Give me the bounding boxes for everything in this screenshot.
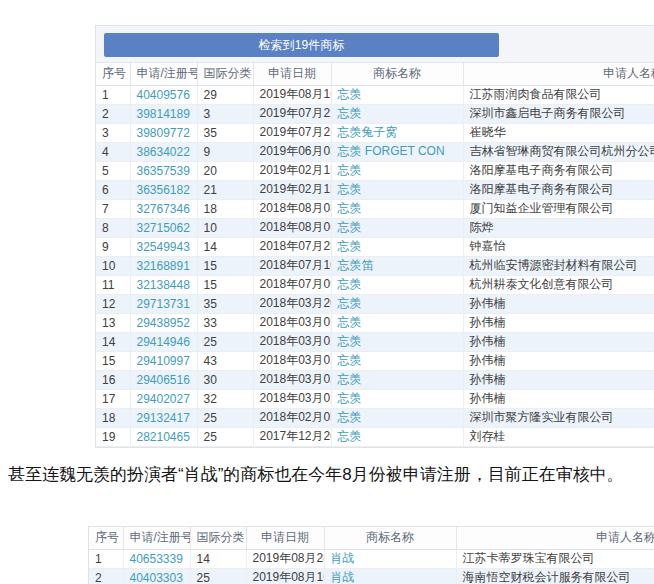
trademark-name-cell: 忘羡 bbox=[331, 85, 463, 104]
registration-number-cell: 29713731 bbox=[130, 294, 197, 313]
trademark-name-link[interactable]: 忘羡 bbox=[338, 410, 362, 424]
trademark-name-link[interactable]: 忘羡 bbox=[338, 429, 362, 443]
registration-number-cell: 32168891 bbox=[130, 256, 197, 275]
serial-cell: 7 bbox=[96, 199, 130, 218]
trademark-name-link[interactable]: 肖战 bbox=[331, 551, 355, 565]
trademark-name-link[interactable]: 忘羡笛 bbox=[338, 258, 374, 272]
date-cell: 2019年08月16日 bbox=[253, 85, 331, 104]
registration-number-cell: 32715062 bbox=[130, 218, 197, 237]
registration-number-link[interactable]: 29410997 bbox=[137, 354, 190, 368]
applicant-cell: 孙伟楠 bbox=[463, 351, 654, 370]
trademark-name-link[interactable]: 忘羡 bbox=[338, 201, 362, 215]
table-row: 636356182212019年02月15日忘羡洛阳摩基电子商务有限公司 bbox=[96, 180, 654, 199]
table-row: 1429414946252018年03月02日忘羡孙伟楠 bbox=[96, 332, 654, 351]
date-cell: 2018年03月02日 bbox=[253, 389, 331, 408]
registration-number-link[interactable]: 29402027 bbox=[137, 392, 190, 406]
registration-number-cell: 28210465 bbox=[130, 427, 197, 446]
applicant-cell: 陈烨 bbox=[463, 218, 654, 237]
class-cell: 33 bbox=[197, 313, 253, 332]
trademark-name-link[interactable]: 忘羡 bbox=[338, 182, 362, 196]
trademark-name-link[interactable]: 忘羡 bbox=[338, 239, 362, 253]
table-row: 1928210465252017年12月20日忘羡刘存桂 bbox=[96, 427, 654, 446]
serial-cell: 19 bbox=[96, 427, 130, 446]
trademark-name-link[interactable]: 忘羡 bbox=[338, 296, 362, 310]
trademark-name-link[interactable]: 忘羡 bbox=[338, 277, 362, 291]
registration-number-link[interactable]: 29713731 bbox=[137, 297, 190, 311]
trademark-name-link[interactable]: 忘羡 bbox=[338, 87, 362, 101]
column-header: 国际分类 bbox=[190, 527, 246, 549]
registration-number-cell: 39814189 bbox=[130, 104, 197, 123]
class-cell: 15 bbox=[197, 275, 253, 294]
trademark-name-link[interactable]: 忘羡 bbox=[338, 334, 362, 348]
trademark-name-link[interactable]: 忘羡 bbox=[338, 372, 362, 386]
registration-number-link[interactable]: 32168891 bbox=[137, 259, 190, 273]
trademark-name-link[interactable]: 忘羡兔子窝 bbox=[338, 125, 398, 139]
applicant-cell: 孙伟楠 bbox=[463, 313, 654, 332]
trademark-name-link[interactable]: 忘羡 bbox=[338, 315, 362, 329]
applicant-cell: 吉林省智琳商贸有限公司杭州分公司 bbox=[463, 142, 654, 161]
serial-cell: 14 bbox=[96, 332, 130, 351]
trademark-name-cell: 忘羡 bbox=[331, 104, 463, 123]
registration-number-link[interactable]: 32715062 bbox=[137, 221, 190, 235]
trademark-name-link[interactable]: 忘羡 bbox=[338, 353, 362, 367]
registration-number-cell: 29410997 bbox=[130, 351, 197, 370]
registration-number-cell: 29438952 bbox=[130, 313, 197, 332]
registration-number-link[interactable]: 29132417 bbox=[137, 411, 190, 425]
serial-cell: 6 bbox=[96, 180, 130, 199]
registration-number-cell: 29132417 bbox=[130, 408, 197, 427]
trademark-name-cell: 忘羡 bbox=[331, 332, 463, 351]
class-cell: 25 bbox=[190, 568, 246, 584]
registration-number-link[interactable]: 36356182 bbox=[137, 183, 190, 197]
date-cell: 2018年08月06日 bbox=[253, 218, 331, 237]
column-header: 商标名称 bbox=[331, 63, 463, 85]
table-row: 1729402027322018年03月02日忘羡孙伟楠 bbox=[96, 389, 654, 408]
registration-number-link[interactable]: 36357539 bbox=[137, 164, 190, 178]
registration-number-link[interactable]: 29406516 bbox=[137, 373, 190, 387]
registration-number-link[interactable]: 32767346 bbox=[137, 202, 190, 216]
applicant-cell: 海南悟空财税会计服务有限公司 bbox=[456, 568, 654, 584]
registration-number-link[interactable]: 40653339 bbox=[130, 552, 183, 566]
registration-number-link[interactable]: 38634022 bbox=[137, 145, 190, 159]
applicant-cell: 江苏卡蒂罗珠宝有限公司 bbox=[456, 549, 654, 568]
trademark-name-link[interactable]: 忘羡 bbox=[338, 220, 362, 234]
registration-number-link[interactable]: 39814189 bbox=[137, 107, 190, 121]
trademark-name-link[interactable]: 忘羡 FORGET CON bbox=[338, 144, 445, 158]
date-cell: 2018年03月02日 bbox=[253, 351, 331, 370]
column-header: 商标名称 bbox=[324, 527, 456, 549]
applicant-cell: 孙伟楠 bbox=[463, 294, 654, 313]
column-header: 申请/注册号 bbox=[123, 527, 190, 549]
trademark-name-link[interactable]: 忘羡 bbox=[338, 391, 362, 405]
registration-number-link[interactable]: 32549943 bbox=[137, 240, 190, 254]
class-cell: 25 bbox=[197, 427, 253, 446]
registration-number-cell: 32138448 bbox=[130, 275, 197, 294]
applicant-cell: 厦门知益企业管理有限公司 bbox=[463, 199, 654, 218]
registration-number-link[interactable]: 29414946 bbox=[137, 335, 190, 349]
table-row: 339809772352019年07月22日忘羡兔子窝崔晓华 bbox=[96, 123, 654, 142]
registration-number-link[interactable]: 28210465 bbox=[137, 430, 190, 444]
table-row: 1629406516302018年03月02日忘羡孙伟楠 bbox=[96, 370, 654, 389]
registration-number-cell: 36356182 bbox=[130, 180, 197, 199]
registration-number-cell: 36357539 bbox=[130, 161, 197, 180]
page: 检索到19件商标 序号申请/注册号国际分类申请日期商标名称申请人名称 14040… bbox=[0, 0, 654, 584]
class-cell: 35 bbox=[197, 123, 253, 142]
table-row: 1529410997432018年03月02日忘羡孙伟楠 bbox=[96, 351, 654, 370]
registration-number-link[interactable]: 29438952 bbox=[137, 316, 190, 330]
serial-cell: 3 bbox=[96, 123, 130, 142]
registration-number-link[interactable]: 40403303 bbox=[130, 571, 183, 584]
registration-number-link[interactable]: 40409576 bbox=[137, 88, 190, 102]
table-row: 1132138448152018年07月09日忘羡杭州耕泰文化创意有限公司 bbox=[96, 275, 654, 294]
registration-number-cell: 39809772 bbox=[130, 123, 197, 142]
registration-number-link[interactable]: 39809772 bbox=[137, 126, 190, 140]
date-cell: 2018年07月10日 bbox=[253, 256, 331, 275]
trademark-name-link[interactable]: 忘羡 bbox=[338, 163, 362, 177]
applicant-cell: 杭州临安博源密封材料有限公司 bbox=[463, 256, 654, 275]
registration-number-link[interactable]: 32138448 bbox=[137, 278, 190, 292]
applicant-cell: 深圳市鑫启电子商务有限公司 bbox=[463, 104, 654, 123]
serial-cell: 18 bbox=[96, 408, 130, 427]
trademark-name-link[interactable]: 肖战 bbox=[331, 570, 355, 584]
trademark-name-link[interactable]: 忘羡 bbox=[338, 106, 362, 120]
class-cell: 32 bbox=[197, 389, 253, 408]
date-cell: 2018年07月28日 bbox=[253, 237, 331, 256]
date-cell: 2018年03月05日 bbox=[253, 313, 331, 332]
column-header: 国际分类 bbox=[197, 63, 253, 85]
